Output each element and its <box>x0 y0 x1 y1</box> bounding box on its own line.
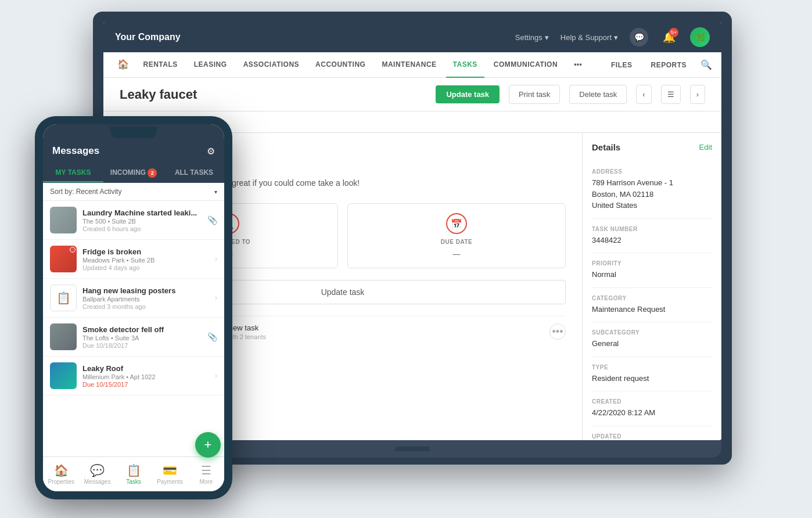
created-section: CREATED 4/22/2020 8:12 AM <box>592 391 712 426</box>
list-item[interactable]: Leaky Roof Millenium Park • Apt 1022 Due… <box>43 357 224 395</box>
details-edit-button[interactable]: Edit <box>699 143 712 152</box>
task-info: Laundry Machine started leaki... The 500… <box>82 208 202 232</box>
task-thumb <box>50 246 77 272</box>
task-date: Updated 4 days ago <box>82 264 209 271</box>
address-section: ADDRESS 789 Harrison Avenue - 1Boston, M… <box>592 161 712 219</box>
top-nav-right: Settings ▾ Help & Support ▾ 💬 🔔 5+ 🌿 <box>515 27 710 47</box>
list-item[interactable]: Fridge is broken Meadows Park • Suite 2B… <box>43 240 224 279</box>
avatar[interactable]: 🌿 <box>690 27 710 47</box>
type-label: TYPE <box>592 364 712 370</box>
updated-section: UPDATED 4/22/2020 8:12 AM <box>592 426 712 441</box>
task-location: Millenium Park • Apt 1022 <box>82 373 209 380</box>
task-info: Smoke detector fell off The Lofts • Suit… <box>82 325 202 349</box>
type-section: TYPE Resident request <box>592 357 712 392</box>
phone-header-title: Messages <box>52 145 99 157</box>
laptop-notch <box>395 447 430 451</box>
bottom-nav-label: More <box>199 479 213 485</box>
nav-accounting[interactable]: ACCOUNTING <box>308 52 372 78</box>
help-link[interactable]: Help & Support ▾ <box>561 33 618 42</box>
category-section: CATEGORY Maintenance Request <box>592 288 712 323</box>
nav-home[interactable]: 🏠 <box>113 52 134 78</box>
task-date: Due 10/18/2017 <box>82 342 202 349</box>
priority-label: PRIORITY <box>592 260 712 267</box>
notifications-icon[interactable]: 🔔 5+ <box>660 28 678 46</box>
nav-right: FILES REPORTS 🔍 <box>606 59 712 70</box>
task-number-section: TASK NUMBER 3448422 <box>592 219 712 254</box>
avatar-image: 🌿 <box>690 27 710 47</box>
address-label: ADDRESS <box>592 168 712 175</box>
created-value: 4/22/2020 8:12 AM <box>592 407 712 419</box>
smoke-thumbnail <box>50 323 77 350</box>
properties-icon: 🏠 <box>54 463 69 477</box>
list-item[interactable]: 📋 Hang new leasing posters Ballpark Apar… <box>43 279 224 318</box>
menu-button[interactable]: ☰ <box>661 85 681 104</box>
task-number-value: 3448422 <box>592 235 712 246</box>
print-task-button[interactable]: Print task <box>509 85 560 104</box>
nav-tasks[interactable]: TASKS <box>446 52 484 78</box>
nav-communication[interactable]: COMMUNICATION <box>487 52 565 78</box>
subcategory-label: SUBCATEGORY <box>592 329 712 336</box>
bottom-nav-properties[interactable]: 🏠 Properties <box>43 463 79 485</box>
activity-more-button[interactable]: ••• <box>549 323 566 340</box>
phone-header: Messages ⚙ <box>43 141 224 164</box>
delete-task-button[interactable]: Delete task <box>569 85 627 104</box>
list-item[interactable]: Laundry Machine started leaki... The 500… <box>43 201 224 240</box>
chevron-down-icon: ▾ <box>614 33 618 42</box>
leaky-thumbnail <box>50 362 77 389</box>
due-date-icon: 📅 <box>446 213 467 234</box>
nav-leasing[interactable]: LEASING <box>187 52 234 78</box>
bottom-nav-more[interactable]: ☰ More <box>188 463 224 485</box>
subcategory-section: SUBCATEGORY General <box>592 322 712 357</box>
nav-rentals[interactable]: RENTALS <box>136 52 185 78</box>
task-thumb <box>50 362 77 389</box>
priority-section: PRIORITY Normal <box>592 253 712 288</box>
category-value: Maintenance Request <box>592 304 712 315</box>
update-task-button[interactable]: Update task <box>436 85 500 103</box>
sort-chevron-icon: ▾ <box>214 189 217 195</box>
paperclip-icon: 📎 <box>207 215 217 225</box>
chat-icon[interactable]: 💬 <box>630 28 648 46</box>
bottom-nav-tasks[interactable]: 📋 Tasks <box>116 463 152 485</box>
due-date-value: — <box>453 250 461 258</box>
nav-reports[interactable]: REPORTS <box>646 61 691 69</box>
nav-files[interactable]: FILES <box>606 61 637 69</box>
task-thumb <box>50 207 77 233</box>
task-location: The Lofts • Suite 3A <box>82 334 202 341</box>
chevron-right-icon: › <box>215 255 217 263</box>
updated-label: UPDATED <box>592 433 712 440</box>
sort-bar[interactable]: Sort by: Recent Activity ▾ <box>43 183 224 201</box>
filter-icon[interactable]: ⚙ <box>207 146 215 157</box>
top-nav: Your Company Settings ▾ Help & Support ▾… <box>103 22 721 52</box>
fab-button[interactable]: + <box>195 432 221 458</box>
red-dot <box>70 247 76 253</box>
phone-tab-all-tasks[interactable]: ALL TASKS <box>164 164 224 182</box>
task-location: Ballpark Apartments <box>82 296 209 303</box>
phone-notch <box>110 127 157 138</box>
phone-screen: Messages ⚙ MY TASKS INCOMING2 ALL TASKS … <box>43 124 224 491</box>
details-header: Details Edit <box>592 142 712 152</box>
page-title: Leaky faucet <box>120 87 426 102</box>
task-name: Smoke detector fell off <box>82 325 202 334</box>
settings-link[interactable]: Settings ▾ <box>515 33 549 42</box>
list-item[interactable]: Smoke detector fell off The Lofts • Suit… <box>43 318 224 357</box>
prev-button[interactable]: ‹ <box>636 85 651 104</box>
nav-more[interactable]: ••• <box>567 52 589 78</box>
phone-tab-incoming[interactable]: INCOMING2 <box>103 164 164 182</box>
task-name: Fridge is broken <box>82 247 209 256</box>
payments-icon: 💳 <box>163 463 177 477</box>
bottom-nav-payments[interactable]: 💳 Payments <box>152 463 188 485</box>
category-label: CATEGORY <box>592 295 712 301</box>
nav-associations[interactable]: ASSOCIATIONS <box>236 52 306 78</box>
next-button[interactable]: › <box>690 85 705 104</box>
due-date-label: DUE DATE <box>441 239 472 245</box>
nav-maintenance[interactable]: MAINTENANCE <box>375 52 443 78</box>
company-name: Your Company <box>115 32 181 42</box>
search-icon[interactable]: 🔍 <box>700 59 712 70</box>
task-thumb <box>50 323 77 350</box>
bottom-nav-messages[interactable]: 💬 Messages <box>79 463 115 485</box>
page-header: Leaky faucet Update task Print task Dele… <box>103 78 721 111</box>
phone: Messages ⚙ MY TASKS INCOMING2 ALL TASKS … <box>35 116 232 499</box>
chevron-down-icon: ▾ <box>545 33 549 42</box>
phone-tab-my-tasks[interactable]: MY TASKS <box>43 164 103 182</box>
main-nav: 🏠 RENTALS LEASING ASSOCIATIONS ACCOUNTIN… <box>103 52 721 78</box>
